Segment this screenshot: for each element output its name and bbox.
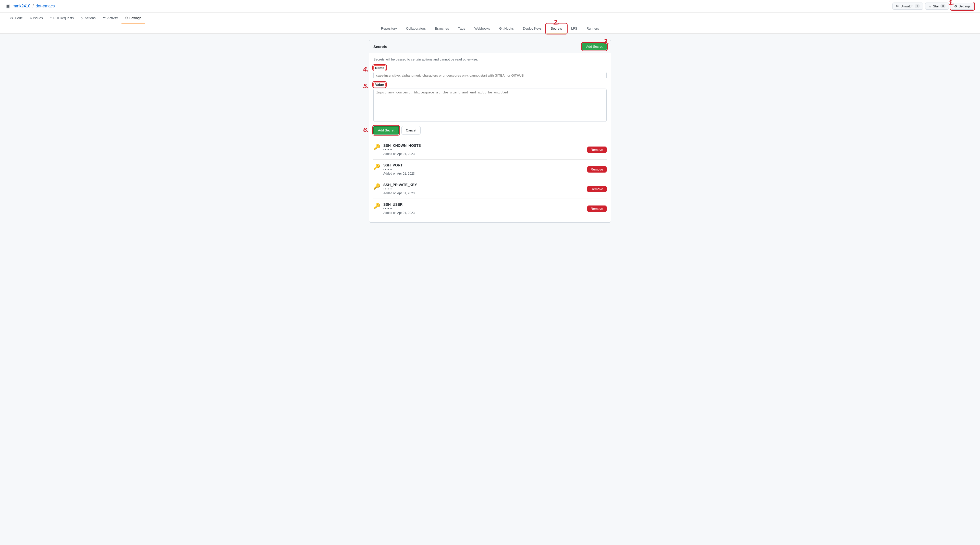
- tab-actions-label: Actions: [85, 16, 96, 20]
- section-title: Secrets: [373, 45, 387, 49]
- annotation-4: 4.: [363, 65, 369, 73]
- subnav-webhooks[interactable]: Webhooks: [470, 24, 495, 33]
- section-body: Secrets will be passed to certain action…: [369, 53, 611, 223]
- secret-name-4: SSH_USER: [383, 202, 415, 207]
- settings-button[interactable]: ⚙ Settings 1.: [951, 3, 974, 10]
- secret-info-3: SSH_PRIVATE_KEY •••••• Added on Apr 01, …: [383, 183, 417, 195]
- annotation-6: 6.: [363, 126, 369, 134]
- repo-icon: ▣: [6, 3, 11, 9]
- secret-masked-2: ••••••: [383, 168, 415, 171]
- key-icon-1: 🔑: [373, 144, 380, 151]
- subnav-branches[interactable]: Branches: [430, 24, 453, 33]
- value-label: Value: [373, 82, 386, 87]
- add-secret-header-label: Add Secret: [586, 45, 603, 48]
- secret-item-ssh-private-key: 🔑 SSH_PRIVATE_KEY •••••• Added on Apr 01…: [373, 179, 607, 199]
- secret-info-4: SSH_USER •••••• Added on Apr 01, 2023: [383, 202, 415, 215]
- subnav-tags[interactable]: Tags: [453, 24, 469, 33]
- tab-activity[interactable]: 〜 Activity: [99, 13, 121, 24]
- header-actions: 👁 Unwatch 1 ☆ Star 0 ⚙ Settings 1.: [892, 3, 974, 10]
- secret-masked-4: ••••••: [383, 207, 415, 210]
- subnav-runners[interactable]: Runners: [582, 24, 604, 33]
- name-form-group: 4. Name: [373, 65, 607, 79]
- unwatch-label: Unwatch: [900, 4, 913, 8]
- settings-label: Settings: [959, 4, 970, 8]
- star-count: 0: [940, 4, 945, 8]
- star-label: Star: [933, 4, 939, 8]
- key-icon-3: 🔑: [373, 183, 380, 190]
- tab-issues-label: Issues: [33, 16, 43, 20]
- tab-actions[interactable]: ▷ Actions: [77, 13, 99, 24]
- name-label: Name: [373, 65, 386, 70]
- settings-subnav: Repository Collaborators Branches Tags W…: [0, 24, 980, 34]
- secret-info-1: SSH_KNOWN_HOSTS •••••• Added on Apr 01, …: [383, 143, 421, 156]
- annotation-1: 1.: [948, 0, 954, 6]
- main-nav: <> Code ○ Issues ⑂ Pull Requests ▷ Actio…: [0, 13, 980, 24]
- tab-code[interactable]: <> Code: [6, 13, 26, 24]
- description-text: Secrets will be passed to certain action…: [373, 57, 607, 61]
- value-form-group: 5. Value: [373, 82, 607, 123]
- key-icon-4: 🔑: [373, 203, 380, 210]
- activity-icon: 〜: [103, 16, 106, 20]
- secret-item-ssh-known-hosts: 🔑 SSH_KNOWN_HOSTS •••••• Added on Apr 01…: [373, 140, 607, 159]
- tab-activity-label: Activity: [107, 16, 118, 20]
- actions-icon: ▷: [81, 16, 83, 20]
- secret-date-2: Added on Apr 01, 2023: [383, 172, 415, 175]
- main-content: Secrets Add Secret 3. Secrets will be pa…: [365, 40, 615, 223]
- secret-masked-3: ••••••: [383, 187, 417, 191]
- pull-requests-icon: ⑂: [50, 16, 52, 20]
- tab-pull-requests-label: Pull Requests: [53, 16, 74, 20]
- secret-name-3: SSH_PRIVATE_KEY: [383, 183, 417, 187]
- remove-button-1[interactable]: Remove: [587, 147, 607, 153]
- remove-button-3[interactable]: Remove: [587, 186, 607, 192]
- secret-date-1: Added on Apr 01, 2023: [383, 152, 421, 156]
- section-header: Secrets Add Secret 3.: [369, 40, 611, 53]
- subnav-collaborators[interactable]: Collaborators: [401, 24, 430, 33]
- username-link[interactable]: mmk2410: [13, 4, 30, 8]
- code-icon: <>: [10, 16, 14, 20]
- unwatch-count: 1: [915, 4, 920, 8]
- name-input[interactable]: [373, 72, 607, 79]
- remove-button-4[interactable]: Remove: [587, 206, 607, 212]
- remove-button-2[interactable]: Remove: [587, 166, 607, 172]
- secret-item-left-3: 🔑 SSH_PRIVATE_KEY •••••• Added on Apr 01…: [373, 183, 417, 195]
- cancel-button[interactable]: Cancel: [401, 126, 420, 134]
- secret-name-1: SSH_KNOWN_HOSTS: [383, 143, 421, 148]
- tab-settings[interactable]: ⚙ Settings: [121, 13, 145, 24]
- subnav-deploy-keys[interactable]: Deploy Keys: [518, 24, 546, 33]
- secret-item-left-2: 🔑 SSH_PORT •••••• Added on Apr 01, 2023: [373, 163, 415, 175]
- secret-masked-1: ••••••: [383, 148, 421, 151]
- secret-item-ssh-user: 🔑 SSH_USER •••••• Added on Apr 01, 2023 …: [373, 199, 607, 218]
- top-header: ▣ mmk2410 / dot-emacs 👁 Unwatch 1 ☆ Star…: [0, 0, 980, 13]
- repo-link[interactable]: dot-emacs: [36, 4, 55, 8]
- secret-item-left-4: 🔑 SSH_USER •••••• Added on Apr 01, 2023: [373, 202, 415, 215]
- unwatch-button[interactable]: 👁 Unwatch 1: [892, 3, 923, 10]
- tab-pull-requests[interactable]: ⑂ Pull Requests: [46, 13, 77, 24]
- secrets-list: 🔑 SSH_KNOWN_HOSTS •••••• Added on Apr 01…: [373, 140, 607, 218]
- annotation-2: 2.: [554, 18, 559, 26]
- tab-code-label: Code: [15, 16, 23, 20]
- value-textarea[interactable]: [373, 89, 607, 122]
- unwatch-icon: 👁: [896, 4, 899, 8]
- annotation-5: 5.: [363, 82, 369, 90]
- settings-nav-icon: ⚙: [125, 16, 128, 20]
- form-actions: 6. Add Secret Cancel: [373, 126, 607, 134]
- issues-icon: ○: [30, 16, 32, 20]
- repo-title: ▣ mmk2410 / dot-emacs: [6, 3, 55, 9]
- subnav-repository[interactable]: Repository: [376, 24, 401, 33]
- tab-settings-label: Settings: [129, 16, 142, 20]
- separator: /: [32, 4, 33, 8]
- star-button[interactable]: ☆ Star 0: [925, 3, 949, 10]
- subnav-git-hooks[interactable]: Git Hooks: [495, 24, 518, 33]
- subnav-lfs[interactable]: LFS: [566, 24, 582, 33]
- subnav-secrets[interactable]: Secrets 2.: [546, 24, 566, 33]
- add-secret-form-button[interactable]: Add Secret: [373, 126, 399, 134]
- key-icon-2: 🔑: [373, 164, 380, 170]
- settings-icon: ⚙: [954, 4, 957, 8]
- annotation-3: 3.: [604, 38, 609, 45]
- add-secret-header-button[interactable]: Add Secret 3.: [582, 43, 607, 50]
- submit-label: Add Secret: [378, 128, 394, 132]
- tab-issues[interactable]: ○ Issues: [26, 13, 46, 24]
- star-icon: ☆: [928, 4, 932, 8]
- secret-item-ssh-port: 🔑 SSH_PORT •••••• Added on Apr 01, 2023 …: [373, 159, 607, 179]
- secret-name-2: SSH_PORT: [383, 163, 415, 167]
